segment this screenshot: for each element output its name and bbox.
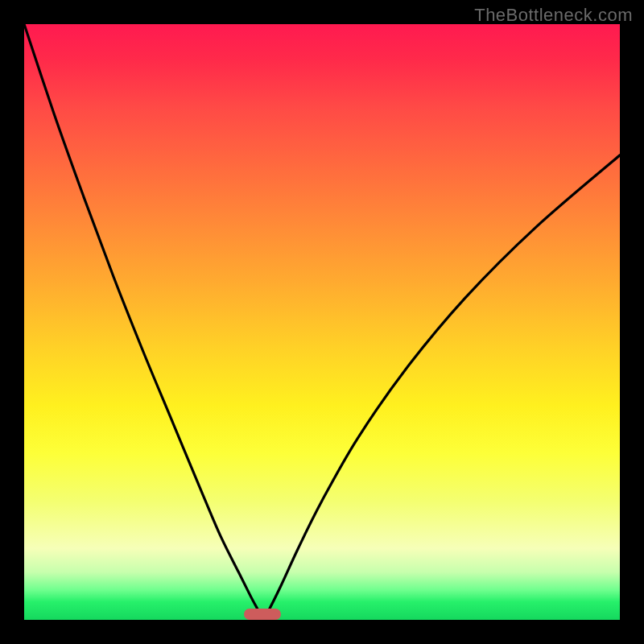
minimum-marker	[244, 609, 281, 620]
chart-frame: TheBottleneck.com	[0, 0, 644, 644]
bottleneck-curve	[24, 24, 620, 620]
watermark-text: TheBottleneck.com	[474, 5, 633, 26]
plot-area	[24, 24, 620, 620]
